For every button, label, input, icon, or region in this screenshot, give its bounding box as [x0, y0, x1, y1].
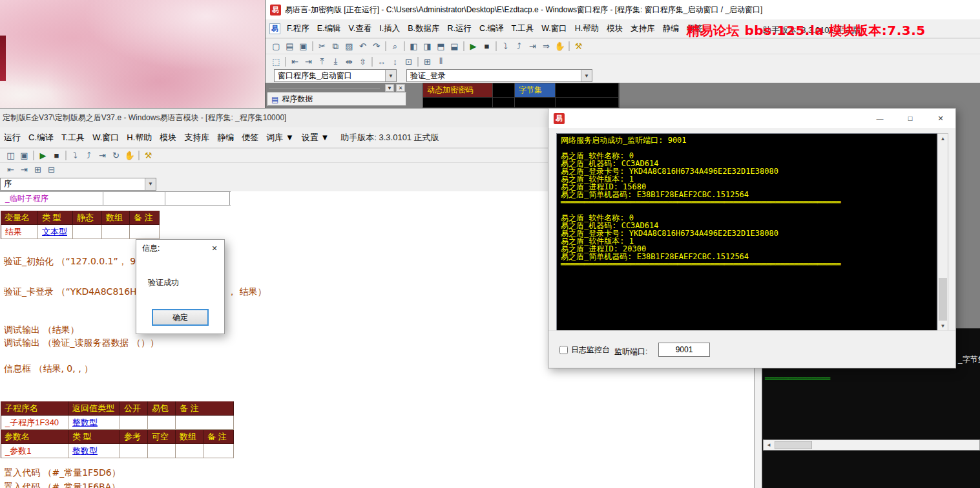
restart-icon[interactable]: ↻ [109, 149, 123, 162]
epackage-cell[interactable] [148, 416, 176, 430]
arrange-windows-icon[interactable]: ⬓ [448, 40, 461, 53]
scroll-down-icon[interactable]: ▼ [938, 321, 948, 331]
column-header[interactable]: 类 型 [68, 430, 120, 444]
item[interactable]: I.插入 [375, 23, 404, 34]
minimize-button[interactable]: — [865, 109, 895, 128]
same-width-icon[interactable]: ↔ [375, 55, 388, 68]
open-file-icon[interactable]: ▤ [283, 40, 297, 53]
data-cell[interactable] [493, 83, 515, 98]
maximize-button[interactable]: □ [895, 109, 925, 128]
column-header[interactable]: 静态 [73, 211, 102, 225]
stop-icon[interactable]: ■ [50, 149, 63, 162]
step-out-icon[interactable]: ⤴ [512, 40, 526, 53]
item[interactable]: T.工具 [507, 23, 537, 34]
item[interactable]: C.编译 [475, 23, 508, 34]
item[interactable]: B.数据库 [404, 23, 443, 34]
space-evenly-icon[interactable]: ⫴ [434, 55, 448, 68]
cascade-windows-icon[interactable]: ⬒ [434, 40, 448, 53]
horizontal-scrollbar[interactable]: ◄ [763, 440, 980, 451]
item[interactable]: R.运行 [443, 23, 475, 34]
align-top-icon[interactable]: ⤒ [315, 55, 329, 68]
data-cell[interactable] [423, 98, 493, 108]
item[interactable]: V.查看 [345, 23, 376, 34]
type-link[interactable]: 整数型 [72, 445, 98, 457]
item[interactable]: 模块 [156, 132, 180, 143]
scroll-left-icon[interactable]: ◄ [764, 440, 774, 450]
item[interactable]: 词库 ▼ [262, 132, 297, 143]
tab-empty[interactable] [165, 192, 230, 205]
column-header[interactable]: 变量名 [1, 211, 38, 225]
item[interactable]: W.窗口 [89, 132, 123, 143]
item[interactable]: 支持库 [180, 132, 213, 143]
tab-empty[interactable] [103, 192, 165, 205]
column-header[interactable]: 返回值类型 [68, 401, 120, 416]
data-cell[interactable] [556, 98, 619, 108]
run-icon[interactable]: ▶ [36, 149, 50, 162]
column-header[interactable]: 公开 [120, 401, 148, 416]
title-bar[interactable]: 易 — □ ✕ [548, 109, 955, 128]
return-type-cell[interactable]: 整数型 [68, 416, 120, 430]
item[interactable]: F.程序 [283, 23, 313, 34]
step-over-icon[interactable]: ⇥ [526, 40, 539, 53]
find-icon[interactable]: ⌕ [388, 40, 402, 53]
item[interactable]: C.编译 [25, 132, 57, 143]
scrollbar-thumb[interactable] [939, 278, 947, 321]
scroll-up-icon[interactable]: ▲ [938, 134, 948, 143]
data-cell[interactable] [556, 83, 619, 98]
undo-icon[interactable]: ↶ [356, 40, 370, 53]
pause-icon[interactable]: ✋ [553, 40, 567, 53]
grid-icon[interactable]: ⊞ [421, 55, 434, 68]
item[interactable]: H.帮助 [123, 132, 156, 143]
code-line-embed-1[interactable]: 置入代码 （#_常量1F5D6） [4, 467, 121, 479]
tile-horizontal-icon[interactable]: ◧ [407, 40, 421, 53]
code-line-card-login-tail[interactable]: ， 结果） [227, 286, 266, 298]
type-link[interactable]: 文本型 [42, 226, 67, 238]
chevron-down-icon[interactable]: ▼ [581, 70, 592, 81]
step-into-icon[interactable]: ⤵ [499, 40, 512, 53]
byte-set-tab-label[interactable]: _字节集 [958, 354, 980, 365]
chevron-down-icon[interactable]: ▼ [385, 70, 396, 81]
parameter-name-cell[interactable]: _参数1 [1, 444, 68, 458]
data-cell[interactable] [493, 98, 515, 108]
subroutine-combobox[interactable]: 序 ▼ [0, 178, 156, 191]
log-monitor-checkbox-row[interactable]: 日志监控台 [559, 345, 610, 355]
variable-name-cell[interactable]: 结果 [1, 225, 38, 239]
code-line-msgbox[interactable]: 信息框 （结果, 0, , ） [4, 363, 93, 375]
align-bottom-icon[interactable]: ⤓ [329, 55, 342, 68]
align-left-icon[interactable]: ⇤ [288, 55, 302, 68]
variable-static-cell[interactable] [73, 225, 102, 239]
nullable-cell[interactable] [148, 444, 176, 458]
column-header[interactable]: 可空 [148, 430, 176, 444]
step-out-icon[interactable]: ⤴ [82, 149, 96, 162]
item[interactable]: 静编 [213, 132, 238, 143]
dialog-title-bar[interactable]: 信息: ✕ [136, 240, 224, 257]
run-icon[interactable]: ▶ [466, 40, 480, 53]
step-into-icon[interactable]: ⤵ [68, 149, 82, 162]
item[interactable]: 设置 ▼ [298, 132, 333, 143]
item[interactable]: T.工具 [57, 132, 89, 143]
dock-close-icon[interactable]: ✕ [396, 84, 405, 92]
item[interactable]: 运行 [0, 132, 25, 143]
column-header[interactable]: 备 注 [130, 211, 160, 225]
paste-icon[interactable]: ▨ [342, 40, 356, 53]
column-header[interactable]: 类 型 [38, 211, 73, 225]
byref-cell[interactable] [120, 444, 148, 458]
subroutine-name-cell[interactable]: _子程序1F340 [1, 416, 68, 430]
center-horizontal-icon[interactable]: ⇹ [342, 55, 356, 68]
program-data-panel-header[interactable]: ▤ 程序数据 [267, 92, 406, 106]
stop-icon[interactable]: ■ [480, 40, 494, 53]
array-cell[interactable] [176, 444, 203, 458]
copy-icon[interactable]: ⧉ [329, 40, 342, 53]
column-header[interactable]: 备 注 [176, 401, 234, 416]
scrollbar-thumb[interactable] [775, 441, 812, 449]
column-header[interactable]: 数组 [102, 211, 130, 225]
note-cell[interactable] [176, 416, 234, 430]
item[interactable]: W.窗口 [537, 23, 571, 34]
variable-type-cell[interactable]: 文本型 [38, 225, 73, 239]
column-header[interactable]: 备 注 [203, 430, 234, 444]
column-header[interactable]: 参数名 [1, 430, 68, 444]
item[interactable]: 支持库 [627, 23, 659, 34]
align-right-icon[interactable]: ⇥ [17, 164, 31, 176]
new-file-icon[interactable]: ▢ [269, 40, 283, 53]
code-line-debug-output-1[interactable]: 调试输出 （结果） [4, 324, 79, 336]
